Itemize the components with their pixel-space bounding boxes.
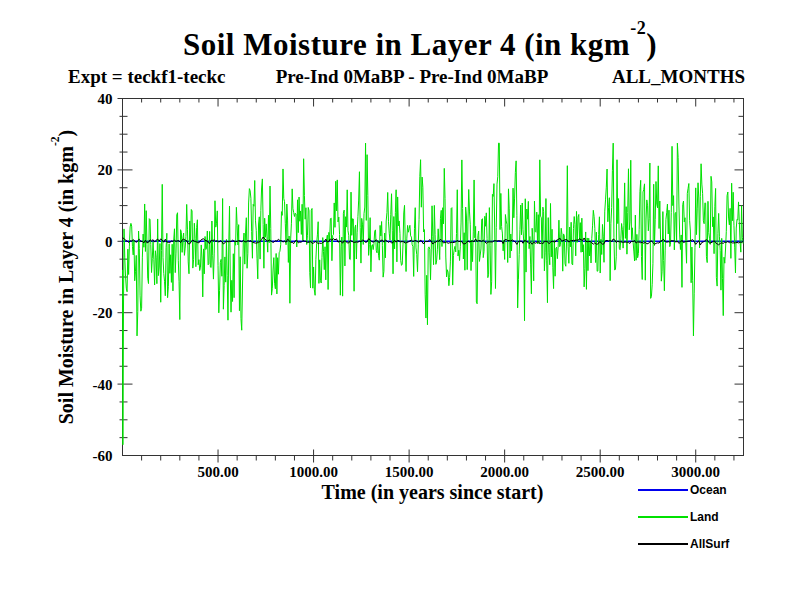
legend-label-land: Land bbox=[690, 510, 719, 524]
y-tick-label: -40 bbox=[93, 377, 113, 393]
x-tick-label: 2000.00 bbox=[480, 464, 529, 480]
land-line-swatch bbox=[638, 516, 688, 518]
legend-item-ocean: Ocean bbox=[638, 483, 727, 497]
x-tick-label: 3000.00 bbox=[671, 464, 720, 480]
legend-label-ocean: Ocean bbox=[690, 483, 727, 497]
chart-screenshot: Soil Moisture in Layer 4 (in kgm-2) Expt… bbox=[0, 0, 800, 600]
y-tick-label: -20 bbox=[93, 305, 113, 321]
ocean-line-swatch bbox=[638, 489, 688, 491]
legend-item-land: Land bbox=[638, 510, 719, 524]
y-tick-label: 40 bbox=[98, 91, 113, 107]
y-tick-label: -60 bbox=[93, 448, 113, 464]
y-tick-label: 0 bbox=[105, 234, 113, 250]
y-tick-label: 20 bbox=[98, 162, 113, 178]
y-axis-label: Soil Moisture in Layer 4 (in kgm-2) bbox=[55, 130, 78, 425]
series-land bbox=[123, 143, 744, 445]
x-tick-label: 1000.00 bbox=[289, 464, 338, 480]
allsurf-line-swatch bbox=[638, 543, 688, 545]
x-tick-label: 1500.00 bbox=[385, 464, 434, 480]
y-axis-label-superscript: -2 bbox=[48, 136, 61, 146]
x-tick-label: 2500.00 bbox=[576, 464, 625, 480]
legend-label-allsurf: AllSurf bbox=[690, 537, 729, 551]
legend-item-allsurf: AllSurf bbox=[638, 537, 729, 551]
y-axis-label-text: Soil Moisture in Layer 4 (in kgm bbox=[55, 146, 77, 424]
x-tick-label: 500.00 bbox=[197, 464, 238, 480]
